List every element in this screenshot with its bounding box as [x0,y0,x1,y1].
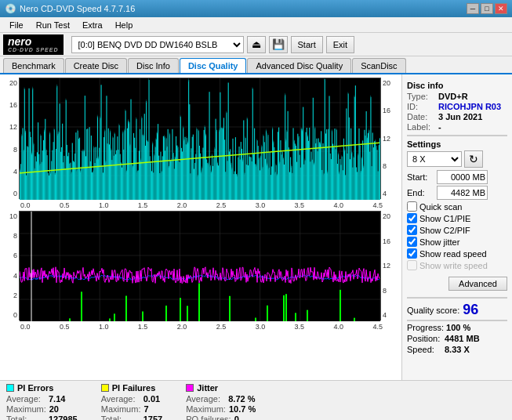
disc-id-row: ID: RICOHJPN R03 [407,102,507,111]
quality-score-label: Quality score: [407,306,459,315]
speed-label: Speed: [407,345,442,354]
drive-select[interactable]: [0:0] BENQ DVD DD DW1640 BSLB [71,36,244,53]
tabs: Benchmark Create Disc Disc Info Disc Qua… [0,56,512,74]
toolbar: nero CD·DVD SPEED [0:0] BENQ DVD DD DW16… [0,33,512,56]
app-icon: 💿 [5,3,16,14]
disc-date-label: Date: [407,112,437,121]
speed-row: Speed: 8.33 X [407,345,507,354]
disc-label-value: - [438,122,441,132]
bottom-x-axis: 0.0 0.5 1.0 1.5 2.0 2.5 3.0 3.5 4.0 4.5 [3,323,398,331]
position-value: 4481 MB [445,334,480,343]
bottom-chart-wrapper: 10 8 6 4 2 0 20 16 12 8 4 [3,211,398,320]
minimize-button[interactable]: ─ [467,3,479,14]
menu-help[interactable]: Help [109,19,140,31]
disc-type-label: Type: [407,92,437,101]
tab-disc-info[interactable]: Disc Info [128,58,179,73]
jitter-label: Jitter [197,383,218,393]
pi-errors-group: PI Errors Average: 7.14 Maximum: 20 Tota… [6,383,78,420]
speed-select[interactable]: 8 X Max 4 X 16 X [407,151,462,167]
speed-setting-row: 8 X Max 4 X 16 X ↻ [407,150,507,168]
jitter-group: Jitter Average: 8.72 % Maximum: 10.7 % P… [186,383,256,420]
show-c2pif-label: Show C2/PIF [419,226,470,235]
progress-row: Progress: 100 % [407,323,507,332]
start-button[interactable]: Start [291,36,323,53]
title-bar-text: Nero CD-DVD Speed 4.7.7.16 [20,4,467,13]
start-input[interactable] [437,170,488,184]
chart-area: 20 16 12 8 4 0 20 16 12 8 4 0.0 0.5 1.0 … [0,74,401,380]
progress-label: Progress: [407,323,444,332]
refresh-icon[interactable]: ↻ [464,150,483,168]
pi-failures-label: PI Failures [112,383,156,393]
show-read-speed-row: Show read speed [407,248,507,259]
menu-run-test[interactable]: Run Test [30,19,76,31]
start-mb-row: Start: [407,170,507,184]
right-panel: Disc info Type: DVD+R ID: RICOHJPN R03 D… [401,74,512,380]
pi-failures-group: PI Failures Average: 0.01 Maximum: 7 Tot… [101,383,162,420]
tab-scan-disc[interactable]: ScanDisc [352,58,405,73]
tab-benchmark[interactable]: Benchmark [3,58,64,73]
disc-info-title: Disc info [407,81,507,90]
show-read-speed-label: Show read speed [419,249,487,259]
bottom-y-axis-right: 20 16 12 8 4 [381,211,398,320]
top-chart-wrapper: 20 16 12 8 4 0 20 16 12 8 4 [3,78,398,199]
exit-button[interactable]: Exit [326,36,354,53]
position-row: Position: 4481 MB [407,334,507,343]
show-c1pie-label: Show C1/PIE [419,214,470,223]
nero-logo: nero CD·DVD SPEED [3,34,64,55]
quick-scan-row: Quick scan [407,201,507,212]
disc-date-value: 3 Jun 2021 [438,112,482,121]
disc-date-row: Date: 3 Jun 2021 [407,112,507,121]
menu-bar: File Run Test Extra Help [0,17,512,33]
position-label: Position: [407,334,442,343]
show-jitter-row: Show jitter [407,237,507,247]
jitter-color [186,384,194,392]
maximize-button[interactable]: □ [481,3,493,14]
start-label: Start: [407,172,434,182]
disc-label-row: Label: - [407,122,507,132]
end-mb-row: End: [407,186,507,200]
bottom-y-axis-left: 10 8 6 4 2 0 [3,211,19,320]
close-button[interactable]: ✕ [495,3,507,14]
quality-score-row: Quality score: 96 [407,302,507,318]
show-write-speed-label: Show write speed [419,261,488,270]
show-c2pif-row: Show C2/PIF [407,225,507,235]
disc-label-label: Label: [407,122,437,132]
tab-create-disc[interactable]: Create Disc [65,58,127,73]
advanced-button[interactable]: Advanced [448,277,507,291]
eject-icon[interactable]: ⏏ [247,36,266,53]
tab-disc-quality[interactable]: Disc Quality [180,58,247,73]
save-icon[interactable]: 💾 [269,36,288,53]
settings-title: Settings [407,139,507,149]
menu-extra[interactable]: Extra [76,19,109,31]
quick-scan-checkbox[interactable] [407,201,417,212]
show-c2pif-checkbox[interactable] [407,225,417,235]
stats-bar: PI Errors Average: 7.14 Maximum: 20 Tota… [0,380,512,420]
show-read-speed-checkbox[interactable] [407,248,417,259]
top-y-axis-right: 20 16 12 8 4 [381,78,398,199]
pi-errors-label: PI Errors [17,383,53,393]
pi-errors-color [6,384,14,392]
bottom-chart [19,211,381,320]
menu-file[interactable]: File [3,19,30,31]
disc-type-row: Type: DVD+R [407,92,507,101]
disc-type-value: DVD+R [438,92,468,101]
end-label: End: [407,188,434,197]
show-jitter-label: Show jitter [419,237,459,247]
top-chart [19,78,381,199]
quick-scan-label: Quick scan [419,202,462,212]
top-y-axis-left: 20 16 12 8 4 0 [3,78,19,199]
show-jitter-checkbox[interactable] [407,237,417,247]
title-bar: 💿 Nero CD-DVD Speed 4.7.7.16 ─ □ ✕ [0,0,512,17]
speed-value: 8.33 X [445,345,470,354]
show-write-speed-row: Show write speed [407,260,507,270]
disc-id-label: ID: [407,102,437,111]
show-c1pie-row: Show C1/PIE [407,213,507,223]
main-content: 20 16 12 8 4 0 20 16 12 8 4 0.0 0.5 1.0 … [0,74,512,380]
show-c1pie-checkbox[interactable] [407,213,417,223]
pi-failures-color [101,384,109,392]
quality-score-value: 96 [463,302,478,318]
disc-id-value: RICOHJPN R03 [438,102,501,111]
top-x-axis: 0.0 0.5 1.0 1.5 2.0 2.5 3.0 3.5 4.0 4.5 [3,201,398,209]
end-input[interactable] [437,186,488,200]
tab-advanced-disc-quality[interactable]: Advanced Disc Quality [247,58,351,73]
